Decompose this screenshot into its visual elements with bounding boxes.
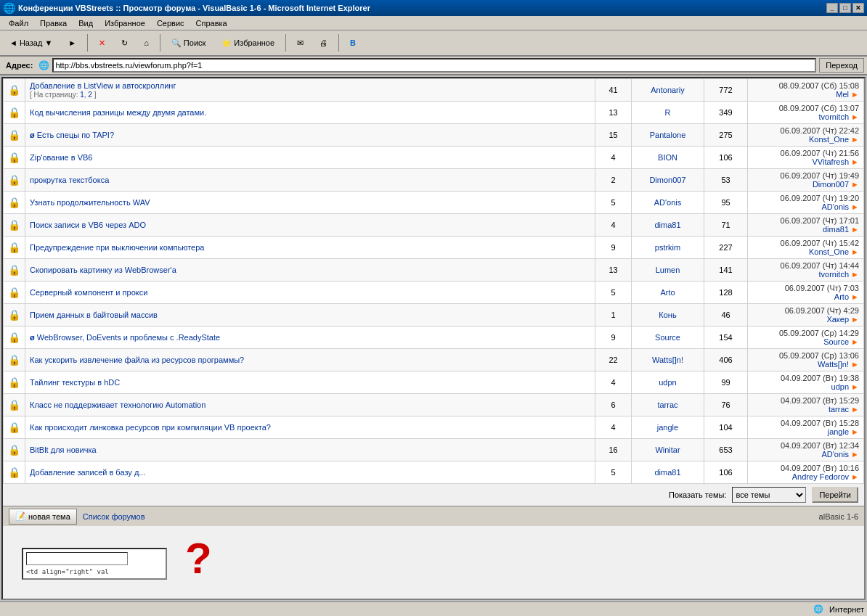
tooltip-overlay: <td align="right" val xyxy=(22,548,167,580)
last-post-author[interactable]: Source xyxy=(823,337,849,346)
topic-link[interactable]: Код вычисления разницы между двумя датам… xyxy=(30,108,206,117)
topic-link[interactable]: Zip'ование в VB6 xyxy=(30,153,92,162)
author-cell: Antonariy xyxy=(632,79,704,102)
forward-button[interactable]: ► xyxy=(62,33,83,53)
thread-title-cell: Предупреждение при выключении компьютера xyxy=(25,237,595,259)
search-button[interactable]: 🔍 Поиск xyxy=(165,33,212,53)
author-cell: Winitar xyxy=(632,439,704,461)
author-link[interactable]: dima81 xyxy=(654,468,680,477)
back-button[interactable]: ◄ Назад ▼ xyxy=(3,33,59,53)
last-post-author[interactable]: AD'onis xyxy=(821,202,849,211)
author-link[interactable]: udpn xyxy=(659,378,676,387)
replies-cell: 9 xyxy=(595,327,632,349)
menu-favorites[interactable]: Избранное xyxy=(99,17,151,29)
last-post-cell: 06.09.2007 (Чт) 15:42 Konst_One ► xyxy=(748,237,864,259)
last-post-author[interactable]: Хакер xyxy=(826,315,849,324)
topic-link[interactable]: Добавление записей в базу д... xyxy=(30,468,145,477)
stop-button[interactable]: ✕ xyxy=(92,33,112,53)
last-post-cell: 06.09.2007 (Чт) 7:03 Arto ► xyxy=(748,282,864,304)
menu-view[interactable]: Вид xyxy=(73,17,99,29)
last-post-author[interactable]: Dimon007 xyxy=(813,180,849,189)
author-link[interactable]: tarrac xyxy=(657,401,677,409)
refresh-button[interactable]: ↻ xyxy=(115,33,134,53)
favorites-button[interactable]: ⭐ Избранное xyxy=(215,33,281,53)
last-post-author[interactable]: Mel xyxy=(836,90,849,99)
home-button[interactable]: ⌂ xyxy=(137,33,155,53)
last-post-cell: 04.09.2007 (Вт) 10:16 Andrey Fedorov ► xyxy=(748,461,864,484)
toolbar: ◄ Назад ▼ ► ✕ ↻ ⌂ 🔍 Поиск ⭐ Избранное ✉ … xyxy=(0,30,867,57)
address-input[interactable] xyxy=(52,58,816,73)
last-post-author[interactable]: VVitafresh xyxy=(812,157,849,166)
last-post-author[interactable]: AD'onis xyxy=(821,450,849,459)
last-post-cell: 06.09.2007 (Чт) 17:01 dima81 ► xyxy=(748,214,864,237)
author-link[interactable]: Source xyxy=(655,333,680,342)
close-button[interactable]: ✕ xyxy=(852,3,864,13)
last-post-author[interactable]: Andrey Fedorov xyxy=(792,472,849,481)
last-post-author[interactable]: tvornitch xyxy=(818,112,849,121)
topic-link[interactable]: Прием данных в байтовый массив xyxy=(30,311,158,319)
bluetooth-button[interactable]: B xyxy=(343,33,362,53)
menu-edit[interactable]: Правка xyxy=(34,17,73,29)
last-post-author[interactable]: Arto xyxy=(834,292,849,301)
thread-icon: 🔒 xyxy=(8,219,20,231)
topic-link[interactable]: Скопировать картинку из WebBrowser'а xyxy=(30,266,176,274)
topic-link[interactable]: Как ускорить извлечение файла из ресурсо… xyxy=(30,356,244,364)
topic-link[interactable]: Добавление в ListView и автоскроллинг xyxy=(30,81,176,90)
topic-link[interactable]: Серверный компонент и прокси xyxy=(30,288,147,297)
views-cell: 406 xyxy=(704,349,748,371)
author-link[interactable]: Arto xyxy=(660,288,675,297)
topic-link[interactable]: Класс не поддерживает технологию Automat… xyxy=(30,401,205,409)
topic-link[interactable]: Предупреждение при выключении компьютера xyxy=(30,243,204,252)
go-button[interactable]: Переход xyxy=(819,58,864,73)
print-button[interactable]: 🖨 xyxy=(313,33,334,53)
last-post-author[interactable]: Konst_One xyxy=(809,135,849,144)
last-post-author[interactable]: dima81 xyxy=(823,225,849,234)
topic-link[interactable]: Поиск записи в VB6 через ADO xyxy=(30,221,146,229)
author-link[interactable]: Watts[]n! xyxy=(652,356,683,364)
author-link[interactable]: Winitar xyxy=(655,445,680,454)
author-link[interactable]: BION xyxy=(658,153,677,162)
last-post-author[interactable]: udpn xyxy=(831,382,849,391)
author-link[interactable]: jangle xyxy=(657,423,678,432)
table-row: 🔒 Класс не поддерживает технологию Autom… xyxy=(4,394,864,416)
main-content[interactable]: 🔒 Добавление в ListView и автоскроллинг … xyxy=(1,77,866,600)
author-link[interactable]: Antonariy xyxy=(651,86,684,94)
author-link[interactable]: Pantalone xyxy=(650,131,686,139)
author-link[interactable]: Конь xyxy=(659,311,676,319)
replies-cell: 5 xyxy=(595,192,632,214)
thread-title-cell: Узнать продолжительность WAV xyxy=(25,192,595,214)
replies-cell: 5 xyxy=(595,461,632,484)
minimize-button[interactable]: _ xyxy=(826,3,838,13)
forum-list-link[interactable]: Список форумов xyxy=(83,512,145,521)
replies-cell: 22 xyxy=(595,349,632,371)
new-topic-button[interactable]: 📝 новая тема xyxy=(9,509,77,525)
menu-help[interactable]: Справка xyxy=(190,17,233,29)
topic-link[interactable]: Как происходит линковка ресурсов при ком… xyxy=(30,423,271,432)
menu-file[interactable]: Файл xyxy=(3,17,34,29)
filter-go-button[interactable]: Перейти xyxy=(812,487,858,503)
topic-link[interactable]: прокрутка текстбокса xyxy=(30,176,109,184)
author-link[interactable]: Lumen xyxy=(656,266,680,274)
filter-select[interactable]: все темы новые темы непрочитанные xyxy=(732,487,806,503)
last-post-author[interactable]: Watts[]n! xyxy=(818,360,849,369)
menu-tools[interactable]: Сервис xyxy=(151,17,190,29)
forum-title: alBasic 1-6 xyxy=(819,512,858,521)
author-link[interactable]: AD'onis xyxy=(654,198,682,207)
topic-link[interactable]: Тайлинг текстуры в hDC xyxy=(30,378,120,387)
topic-link[interactable]: ø Есть спецы по TAPI? xyxy=(30,131,114,139)
author-link[interactable]: pstrkim xyxy=(655,243,680,252)
last-post-author[interactable]: tarrac xyxy=(829,405,849,414)
table-row: 🔒 Тайлинг текстуры в hDC 4 udpn 99 04.09… xyxy=(4,371,864,394)
topic-link[interactable]: BitBlt для новичка xyxy=(30,445,97,454)
author-link[interactable]: Dimon007 xyxy=(649,176,685,184)
last-post-author[interactable]: Konst_One xyxy=(809,247,849,256)
topic-link[interactable]: Узнать продолжительность WAV xyxy=(30,198,150,207)
maximize-button[interactable]: □ xyxy=(839,3,851,13)
tooltip-input[interactable] xyxy=(26,552,128,565)
topic-link[interactable]: ø WebBrowser, DoEvents и проблемы с .Rea… xyxy=(30,333,220,342)
last-post-author[interactable]: jangle xyxy=(828,427,849,436)
mail-button[interactable]: ✉ xyxy=(290,33,310,53)
author-link[interactable]: dima81 xyxy=(654,221,680,229)
last-post-author[interactable]: tvornitch xyxy=(818,270,849,279)
author-link[interactable]: R xyxy=(665,108,671,117)
